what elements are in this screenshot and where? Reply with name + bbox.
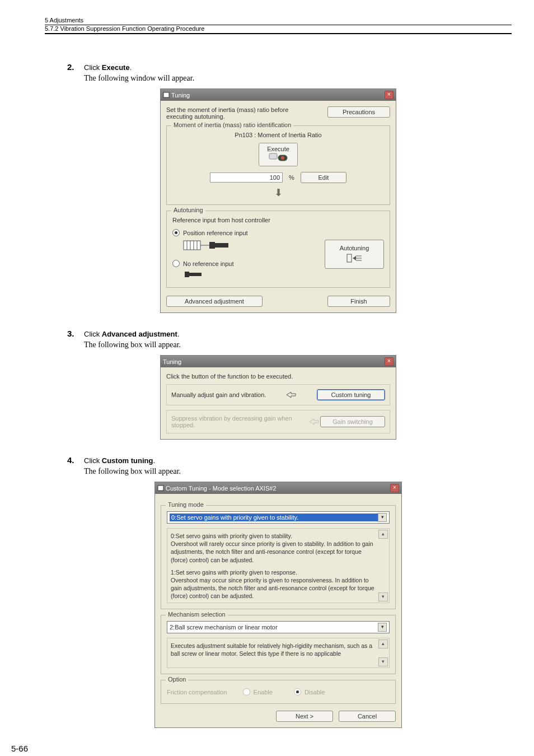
scroll-up-icon[interactable]: ▴ bbox=[378, 640, 388, 648]
chapter-header: 5 Adjustments bbox=[45, 17, 512, 25]
tuning-dialog: Tuning × Set the moment of inertia (mass… bbox=[160, 88, 396, 313]
step-number: 4. bbox=[67, 455, 77, 465]
step-number: 3. bbox=[67, 329, 77, 338]
autotuning-icon bbox=[346, 253, 363, 264]
step-follow-text: The following window will appear. bbox=[84, 74, 512, 83]
radio-no-ref[interactable] bbox=[172, 260, 180, 267]
close-icon[interactable]: × bbox=[385, 91, 394, 99]
gain-switching-button: Gain switching bbox=[320, 416, 385, 427]
radio-position-ref[interactable] bbox=[172, 229, 180, 236]
step-instruction: Click Advanced adjustment. bbox=[84, 330, 180, 338]
cancel-button[interactable]: Cancel bbox=[339, 711, 396, 722]
svg-rect-10 bbox=[209, 242, 215, 249]
step-instruction: Click Custom tuning. bbox=[84, 456, 155, 465]
execute-icon bbox=[268, 152, 288, 164]
advanced-adjustment-button[interactable]: Advanced adjustment bbox=[166, 296, 263, 307]
svg-point-3 bbox=[281, 156, 284, 160]
svg-marker-15 bbox=[353, 256, 356, 260]
tuning-mode-description: ▴ ▾ 0:Set servo gains with priority give… bbox=[167, 528, 390, 603]
inertia-instruction: Set the moment of inertia (mass) ratio b… bbox=[166, 106, 312, 120]
scroll-down-icon[interactable]: ▾ bbox=[378, 657, 388, 666]
dialog-title: Tuning bbox=[163, 92, 190, 99]
page-number: 5-66 bbox=[11, 744, 512, 753]
titlebar: Tuning × bbox=[161, 89, 396, 101]
svg-rect-1 bbox=[269, 153, 277, 159]
svg-rect-14 bbox=[347, 254, 352, 262]
mechanism-description: ▴ ▾ Executes adjustment suitable for rel… bbox=[167, 638, 390, 668]
step-instruction: Click Execute. bbox=[84, 63, 132, 72]
radio-enable bbox=[243, 688, 250, 696]
titlebar: Custom Tuning - Mode selection AXIS#2 × bbox=[155, 482, 401, 494]
tuning-mode-select[interactable]: 0:Set servo gains with priority given to… bbox=[167, 511, 390, 524]
precautions-button[interactable]: Precautions bbox=[327, 106, 390, 118]
dialog-title: Tuning bbox=[163, 358, 181, 365]
svg-rect-12 bbox=[185, 272, 189, 277]
chevron-down-icon[interactable]: ▾ bbox=[378, 513, 387, 522]
no-ref-icon bbox=[182, 269, 210, 281]
svg-rect-4 bbox=[184, 241, 200, 250]
mechanism-legend: Mechanism selection bbox=[166, 611, 228, 618]
tuning-popup: Tuning × Click the button of the functio… bbox=[160, 355, 396, 440]
radio-position-label: Position reference input bbox=[183, 230, 248, 236]
option-legend: Option bbox=[166, 676, 188, 683]
chevron-down-icon[interactable]: ▾ bbox=[378, 623, 387, 632]
pn-label: Pn103 : Moment of Inertia Ratio bbox=[172, 132, 384, 138]
reference-label: Reference input from host controller bbox=[172, 217, 384, 223]
app-icon bbox=[163, 92, 170, 98]
scroll-down-icon[interactable]: ▾ bbox=[378, 592, 388, 601]
svg-rect-19 bbox=[158, 486, 163, 491]
hand-icon bbox=[308, 417, 320, 426]
custom-tuning-button[interactable]: Custom tuning bbox=[317, 389, 385, 400]
disable-label: Disable bbox=[305, 689, 325, 696]
svg-rect-13 bbox=[189, 273, 202, 276]
autotuning-group-legend: Autotuning bbox=[171, 207, 205, 213]
popup-instruction: Click the button of the function to be e… bbox=[166, 373, 390, 380]
custom-tuning-dialog: Custom Tuning - Mode selection AXIS#2 × … bbox=[154, 482, 402, 728]
scroll-up-icon[interactable]: ▴ bbox=[378, 530, 388, 539]
friction-label: Friction compensation bbox=[167, 689, 227, 696]
down-arrow-icon: ⬇ bbox=[172, 186, 384, 199]
step-follow-text: The following box will appear. bbox=[84, 340, 512, 349]
dialog-title: Custom Tuning - Mode selection AXIS#2 bbox=[157, 485, 277, 492]
radio-disable bbox=[294, 688, 301, 696]
mechanism-select[interactable]: 2:Ball screw mechanism or linear motor ▾ bbox=[167, 621, 390, 633]
titlebar: Tuning × bbox=[161, 356, 396, 367]
manual-adjust-label: Manually adjust gain and vibration. bbox=[171, 391, 266, 398]
inertia-group-legend: Moment of inertia (mass) ratio identific… bbox=[171, 122, 293, 128]
hand-icon bbox=[285, 390, 298, 399]
svg-rect-0 bbox=[163, 92, 169, 97]
autotuning-button[interactable]: Autotuning bbox=[325, 240, 384, 269]
section-header: 5.7.2 Vibration Suppression Function Ope… bbox=[45, 25, 512, 34]
step-follow-text: The following box will appear. bbox=[84, 467, 512, 476]
close-icon[interactable]: × bbox=[390, 484, 399, 492]
edit-button[interactable]: Edit bbox=[301, 172, 346, 183]
finish-button[interactable]: Finish bbox=[327, 296, 390, 307]
execute-button[interactable]: Execute bbox=[259, 143, 298, 166]
next-button[interactable]: Next > bbox=[276, 711, 333, 722]
radio-no-ref-label: No reference input bbox=[183, 260, 234, 267]
step-number: 2. bbox=[67, 62, 77, 72]
tuning-mode-legend: Tuning mode bbox=[166, 501, 206, 508]
app-icon bbox=[157, 485, 164, 491]
enable-label: Enable bbox=[254, 689, 273, 696]
svg-rect-11 bbox=[215, 243, 228, 248]
suppress-vibration-label: Suppress vibration by decreasing gain wh… bbox=[171, 415, 308, 428]
percent-label: % bbox=[289, 174, 294, 181]
inertia-value-input[interactable]: 100 bbox=[210, 172, 283, 183]
close-icon[interactable]: × bbox=[385, 357, 394, 366]
position-ref-icon bbox=[182, 239, 233, 253]
